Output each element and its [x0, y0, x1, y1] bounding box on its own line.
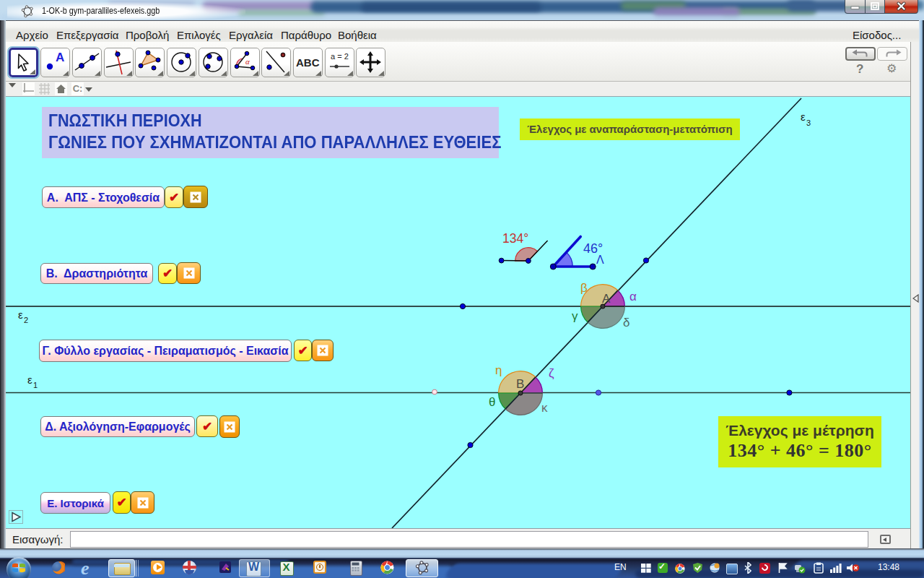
svg-text:η: η [495, 363, 502, 377]
svg-text:α: α [629, 290, 637, 303]
svg-text:3: 3 [806, 118, 811, 127]
svg-text:B: B [516, 377, 524, 391]
svg-text:2: 2 [24, 316, 28, 324]
svg-text:ε: ε [18, 309, 23, 321]
svg-text:A: A [56, 51, 64, 64]
svg-text:θ: θ [489, 395, 495, 409]
svg-text:1: 1 [33, 381, 38, 389]
svg-text:ε: ε [27, 374, 32, 386]
svg-text:γ: γ [572, 309, 578, 323]
svg-text:κ: κ [541, 401, 548, 415]
svg-text:134°: 134° [502, 231, 528, 246]
svg-text:a = 2: a = 2 [331, 52, 349, 61]
svg-text:β: β [580, 281, 588, 295]
svg-text:ζ: ζ [549, 366, 554, 380]
svg-text:ABC: ABC [296, 56, 320, 69]
svg-text:ε: ε [801, 111, 806, 123]
svg-text:A: A [602, 292, 611, 306]
svg-text:α: α [245, 57, 250, 66]
svg-text:δ: δ [623, 316, 629, 329]
svg-text:Λ: Λ [596, 254, 604, 266]
